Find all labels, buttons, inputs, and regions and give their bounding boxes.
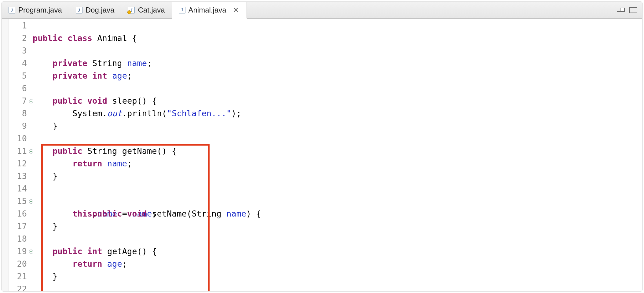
code-area[interactable]: public class Animal { private String nam… bbox=[30, 19, 642, 291]
code-line: public void sleep() { bbox=[33, 95, 642, 107]
line-number: 15 bbox=[9, 195, 30, 207]
line-number: 13 bbox=[9, 170, 30, 182]
line-number: 14 bbox=[9, 182, 30, 195]
code-editor[interactable]: 1 2 3 4 5 6 7 8 9 10 11 12 13 14 15 16 1… bbox=[2, 19, 642, 291]
minimize-button[interactable] bbox=[617, 10, 624, 12]
line-number: 18 bbox=[9, 232, 30, 245]
code-line bbox=[33, 44, 642, 57]
code-line bbox=[33, 283, 642, 291]
line-number: 10 bbox=[9, 132, 30, 145]
window-controls bbox=[617, 2, 642, 18]
code-line: } bbox=[33, 220, 642, 232]
line-number-gutter: 1 2 3 4 5 6 7 8 9 10 11 12 13 14 15 16 1… bbox=[9, 19, 30, 291]
editor-window: J Program.java J Dog.java J Cat.java J A… bbox=[2, 2, 642, 291]
tab-label: Dog.java bbox=[86, 6, 115, 14]
code-line: System.out.println("Schlafen..."); bbox=[33, 107, 642, 120]
code-line: private int age; bbox=[33, 69, 642, 82]
code-line bbox=[33, 82, 642, 95]
line-number: 1 bbox=[9, 19, 30, 32]
tab-cat-java[interactable]: J Cat.java bbox=[121, 2, 172, 18]
code-line: public class Animal { bbox=[33, 32, 642, 44]
line-number: 2 bbox=[9, 32, 30, 44]
line-number: 9 bbox=[9, 120, 30, 132]
code-line: private String name; bbox=[33, 57, 642, 69]
line-number: 6 bbox=[9, 82, 30, 95]
line-number: 8 bbox=[9, 107, 30, 120]
java-file-warning-icon: J bbox=[128, 7, 135, 13]
line-number: 7 bbox=[9, 95, 30, 107]
maximize-button[interactable] bbox=[629, 7, 637, 13]
java-file-icon: J bbox=[9, 7, 15, 13]
tab-dog-java[interactable]: J Dog.java bbox=[69, 2, 122, 18]
line-number: 3 bbox=[9, 44, 30, 57]
line-number: 22 bbox=[9, 283, 30, 291]
code-line: public String getName() { bbox=[33, 145, 642, 157]
close-tab-icon[interactable]: ✕ bbox=[232, 6, 240, 14]
line-number: 20 bbox=[9, 258, 30, 270]
code-line bbox=[33, 132, 642, 145]
tab-bar: J Program.java J Dog.java J Cat.java J A… bbox=[2, 2, 642, 19]
line-number: 5 bbox=[9, 69, 30, 82]
code-line: } bbox=[33, 270, 642, 283]
code-line: public void setName(String name) { bbox=[33, 195, 642, 207]
line-number: 17 bbox=[9, 220, 30, 232]
code-line: } bbox=[33, 120, 642, 132]
line-number: 12 bbox=[9, 157, 30, 170]
code-line: return name; bbox=[33, 157, 642, 170]
line-number: 16 bbox=[9, 207, 30, 220]
code-line bbox=[33, 19, 642, 32]
line-number: 11 bbox=[9, 145, 30, 157]
line-number: 4 bbox=[9, 57, 30, 69]
code-line: public int getAge() { bbox=[33, 245, 642, 258]
java-file-icon: J bbox=[179, 7, 185, 13]
line-number: 21 bbox=[9, 270, 30, 283]
tab-label: Animal.java bbox=[188, 6, 226, 14]
tab-program-java[interactable]: J Program.java bbox=[2, 2, 69, 18]
java-file-icon: J bbox=[76, 7, 82, 13]
code-line bbox=[33, 232, 642, 245]
tab-animal-java[interactable]: J Animal.java ✕ bbox=[172, 2, 247, 19]
line-number: 19 bbox=[9, 245, 30, 258]
tab-label: Program.java bbox=[18, 6, 62, 14]
code-line bbox=[33, 182, 642, 195]
code-line: return age; bbox=[33, 258, 642, 270]
code-line: } bbox=[33, 170, 642, 182]
tab-label: Cat.java bbox=[138, 6, 165, 14]
overview-ruler bbox=[2, 19, 9, 291]
